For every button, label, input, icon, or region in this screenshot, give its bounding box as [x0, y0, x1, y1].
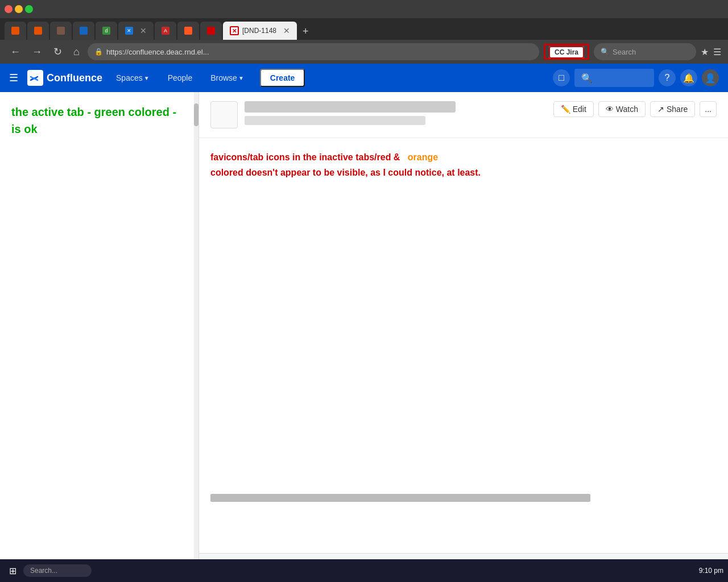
home-button[interactable]: ⌂ — [70, 44, 83, 60]
bug-desc-red: favicons/tab icons in the inactive tabs/… — [210, 152, 400, 162]
watch-label: Watch — [616, 105, 638, 114]
more-label: ... — [705, 105, 712, 114]
confluence-svg — [30, 72, 41, 84]
tab-favicon-6: ✕ — [125, 27, 133, 35]
confluence-logo[interactable]: Confluence — [27, 70, 102, 86]
share-button[interactable]: ↗ Share — [650, 101, 695, 117]
bug-description: favicons/tab icons in the inactive tabs/… — [210, 149, 717, 180]
edit-button[interactable]: ✏️ Edit — [553, 101, 594, 117]
watch-button[interactable]: 👁 Watch — [598, 101, 646, 117]
forward-button[interactable]: → — [28, 44, 46, 60]
browser-tab-7[interactable]: A — [155, 22, 176, 40]
sidebar: the active tab - green colored - is ok — [0, 92, 199, 582]
close-button[interactable] — [5, 5, 13, 13]
notifications-icon[interactable]: 🔔 — [680, 69, 697, 86]
taskbar-start[interactable]: ⊞ — [5, 563, 21, 579]
new-tab-button[interactable]: + — [298, 23, 313, 40]
page-body: favicons/tab icons in the inactive tabs/… — [199, 138, 728, 192]
browser-tab-1[interactable] — [5, 22, 26, 40]
browser-search-text: Search — [613, 48, 636, 56]
tab-favicon-3 — [57, 27, 65, 35]
share-icon: ↗ — [657, 105, 664, 114]
browser-search-bar[interactable]: 🔍 Search — [594, 43, 696, 60]
page-actions: ✏️ Edit 👁 Watch ↗ Share ... — [553, 101, 717, 117]
taskbar-search[interactable]: Search... — [23, 564, 92, 577]
tab-favicon-8 — [184, 27, 192, 35]
sidebar-scrollbar-thumb — [194, 103, 198, 126]
confluence-search-bar[interactable]: 🔍 — [574, 69, 654, 87]
content-scroll[interactable]: favicons/tab icons in the inactive tabs/… — [199, 138, 728, 553]
conf-search-icon: 🔍 — [581, 73, 593, 84]
nav-spaces[interactable]: Spaces ▼ — [111, 71, 154, 85]
back-button[interactable]: ← — [7, 44, 24, 60]
address-bar[interactable]: 🔒 https://confluence.deac.rnd.el... — [88, 43, 539, 60]
tab-favicon-2 — [34, 27, 42, 35]
browser-search-icon: 🔍 — [601, 48, 609, 56]
tab-favicon-9 — [207, 27, 215, 35]
bug-desc-orange: orange — [408, 152, 438, 162]
tab-favicon-7: A — [162, 27, 169, 35]
tab-bar: d ✕ ✕ A ✕ [DND-1148 ✕ + — [0, 18, 728, 40]
page-title-row: ✏️ Edit 👁 Watch ↗ Share ... — [210, 101, 717, 128]
browser-tab-8[interactable] — [177, 22, 199, 40]
browser-tab-4[interactable] — [73, 22, 94, 40]
bottom-blurred-text — [210, 494, 590, 502]
share-label: Share — [667, 105, 688, 114]
edit-label: Edit — [573, 105, 586, 114]
page-icon — [210, 101, 238, 128]
create-button[interactable]: Create — [260, 69, 305, 87]
lock-icon: 🔒 — [94, 48, 103, 56]
title-bar — [0, 0, 728, 18]
tab-favicon-5: d — [102, 27, 110, 35]
edit-icon: ✏️ — [561, 105, 570, 114]
confluence-nav: ☰ Confluence Spaces ▼ People Browse ▼ Cr… — [0, 64, 728, 92]
bug-desc-part2: colored doesn't appear to be visible, as… — [210, 168, 481, 177]
browser-tab-active[interactable]: ✕ [DND-1148 ✕ — [223, 22, 297, 40]
page-subtitle-blurred — [245, 116, 425, 125]
toolbar-icons: ★ ☰ — [701, 47, 721, 57]
main-area: the active tab - green colored - is ok ✏… — [0, 92, 728, 582]
menu-icon[interactable]: ☰ — [713, 47, 721, 57]
tab-favicon-4 — [80, 27, 88, 35]
jira-badge[interactable]: CC Jira — [549, 46, 584, 59]
nav-spaces-label: Spaces — [116, 73, 143, 82]
tab-favicon-1 — [11, 27, 19, 35]
browser-tab-6[interactable]: ✕ ✕ — [118, 22, 154, 40]
browser-tab-5[interactable]: d — [96, 22, 117, 40]
sidebar-scrollbar[interactable] — [194, 92, 198, 582]
page-view-icon[interactable]: □ — [553, 69, 570, 86]
jira-badge-outline: CC Jira — [544, 44, 589, 60]
nav-browse-arrow: ▼ — [238, 75, 244, 81]
help-icon[interactable]: ? — [659, 69, 676, 86]
page-header: ✏️ Edit 👁 Watch ↗ Share ... — [199, 92, 728, 138]
nav-browse-label: Browse — [210, 73, 237, 82]
confluence-logo-text: Confluence — [47, 72, 102, 84]
page-bottom-area — [210, 494, 717, 502]
nav-people[interactable]: People — [163, 71, 197, 85]
page-title-block — [245, 101, 547, 125]
nav-browse[interactable]: Browse ▼ — [206, 71, 249, 85]
reload-button[interactable]: ↻ — [50, 43, 65, 60]
confluence-logo-icon — [27, 70, 43, 86]
watch-icon: 👁 — [606, 105, 614, 114]
nav-spaces-arrow: ▼ — [144, 75, 150, 81]
address-text: https://confluence.deac.rnd.el... — [106, 48, 532, 56]
browser-tab-9[interactable] — [200, 22, 222, 40]
bookmark-icon[interactable]: ★ — [701, 47, 709, 57]
hamburger-icon[interactable]: ☰ — [9, 72, 18, 84]
conf-nav-right: □ 🔍 ? 🔔 👤 — [553, 69, 719, 87]
browser-tab-2[interactable] — [27, 22, 49, 40]
taskbar: ⊞ Search... 9:10 pm — [0, 559, 728, 582]
tab-active-close[interactable]: ✕ — [283, 26, 290, 35]
minimize-button[interactable] — [15, 5, 23, 13]
tab-6-close[interactable]: ✕ — [140, 26, 147, 35]
page-title-blurred — [245, 101, 456, 113]
avatar[interactable]: 👤 — [702, 69, 719, 86]
content-area: ✏️ Edit 👁 Watch ↗ Share ... — [199, 92, 728, 582]
tab-active-label: [DND-1148 — [242, 27, 276, 35]
browser-tab-3[interactable] — [50, 22, 72, 40]
maximize-button[interactable] — [25, 5, 33, 13]
tab-favicon-active: ✕ — [230, 26, 239, 35]
more-button[interactable]: ... — [700, 101, 717, 117]
address-bar-row: ← → ↻ ⌂ 🔒 https://confluence.deac.rnd.el… — [0, 40, 728, 64]
